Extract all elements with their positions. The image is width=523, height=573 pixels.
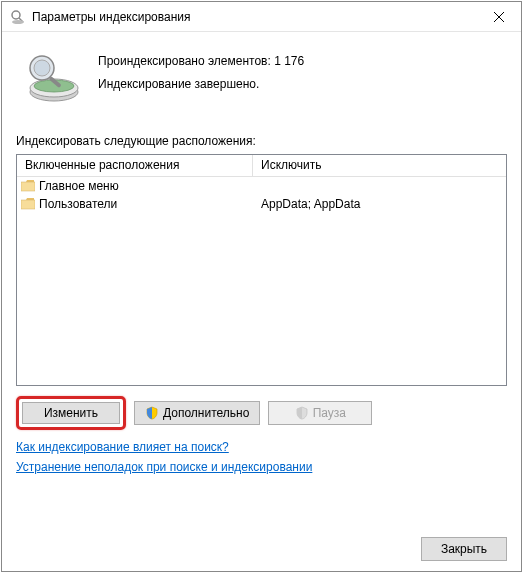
advanced-button[interactable]: Дополнительно: [134, 401, 260, 425]
row-excluded-label: AppData; AppData: [253, 197, 506, 211]
svg-rect-12: [21, 200, 35, 209]
indexing-state: Индексирование завершено.: [98, 73, 304, 96]
highlight-annotation: Изменить: [16, 396, 126, 430]
indexing-options-window: Параметры индексирования Проиндек: [1, 1, 522, 572]
column-excluded[interactable]: Исключить: [253, 155, 506, 176]
svg-point-2: [12, 20, 24, 24]
help-link-troubleshoot[interactable]: Устранение неполадок при поиске и индекс…: [16, 460, 312, 474]
column-included[interactable]: Включенные расположения: [17, 155, 253, 176]
folder-icon: [21, 180, 35, 192]
svg-point-0: [12, 11, 20, 19]
button-row: Изменить Дополнительно Пауза: [16, 396, 507, 430]
content-area: Проиндексировано элементов: 1 176 Индекс…: [2, 32, 521, 486]
list-header: Включенные расположения Исключить: [17, 155, 506, 177]
advanced-label: Дополнительно: [163, 406, 249, 420]
shield-icon: [295, 406, 309, 420]
list-body: Главное меню Пользователи AppData; AppDa…: [17, 177, 506, 385]
window-title: Параметры индексирования: [32, 10, 476, 24]
indexing-icon: [24, 48, 82, 106]
locations-listbox[interactable]: Включенные расположения Исключить Главно…: [16, 154, 507, 386]
titlebar: Параметры индексирования: [2, 2, 521, 32]
status-text: Проиндексировано элементов: 1 176 Индекс…: [98, 48, 304, 96]
footer: Закрыть: [421, 537, 507, 561]
help-link-search[interactable]: Как индексирование влияет на поиск?: [16, 440, 229, 454]
close-button[interactable]: [476, 2, 521, 31]
pause-label: Пауза: [313, 406, 346, 420]
list-row[interactable]: Главное меню: [17, 177, 506, 195]
locations-label: Индексировать следующие расположения:: [16, 134, 507, 148]
list-row[interactable]: Пользователи AppData; AppData: [17, 195, 506, 213]
indexed-count: Проиндексировано элементов: 1 176: [98, 50, 304, 73]
svg-point-9: [34, 60, 50, 76]
pause-button: Пауза: [268, 401, 372, 425]
status-section: Проиндексировано элементов: 1 176 Индекс…: [16, 44, 507, 124]
app-icon: [10, 9, 26, 25]
svg-rect-11: [21, 182, 35, 191]
folder-icon: [21, 198, 35, 210]
help-links: Как индексирование влияет на поиск? Устр…: [16, 440, 507, 474]
shield-icon: [145, 406, 159, 420]
close-dialog-button[interactable]: Закрыть: [421, 537, 507, 561]
modify-button[interactable]: Изменить: [22, 402, 120, 424]
row-included-label: Пользователи: [39, 197, 117, 211]
row-included-label: Главное меню: [39, 179, 119, 193]
